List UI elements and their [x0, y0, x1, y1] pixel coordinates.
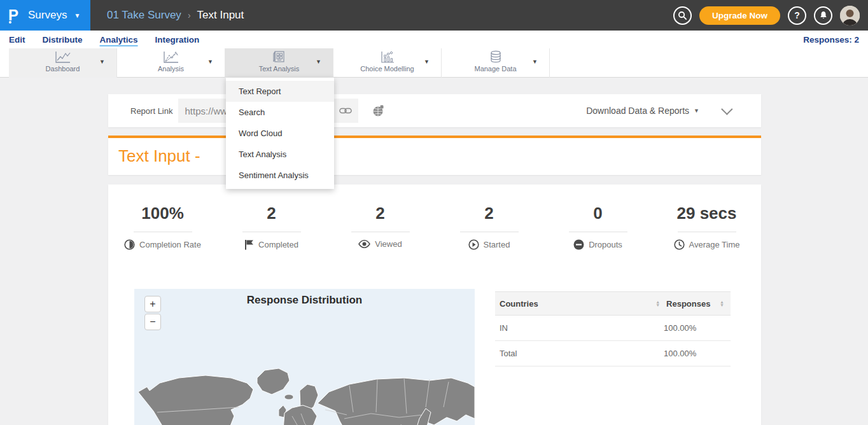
search-icon	[678, 11, 687, 20]
column-header-responses[interactable]: Responses	[666, 299, 716, 309]
stat-completion-rate: 100% Completion Rate	[108, 204, 217, 250]
chevron-down-icon[interactable]: ▼	[316, 59, 321, 65]
stat-label: Completion Rate	[139, 240, 201, 249]
globe-lock-icon[interactable]	[372, 105, 384, 117]
analysis-chart-icon	[163, 50, 179, 64]
stat-average-time: 29 secs Average Time	[652, 204, 761, 250]
stat-value: 0	[593, 204, 602, 223]
stat-label: Completed	[258, 240, 298, 249]
stat-dropouts: 0 Dropouts	[543, 204, 652, 250]
map-zoom-controls: + −	[144, 296, 161, 330]
download-controls: Download Data & Reports ▼	[586, 106, 729, 116]
download-data-reports-button[interactable]: Download Data & Reports	[586, 106, 689, 116]
text-analysis-menu: Text Report Search Word Cloud Text Analy…	[226, 78, 334, 189]
user-avatar[interactable]	[840, 6, 860, 25]
responses-count[interactable]: Responses: 2	[803, 35, 859, 45]
report-link-bar: Report Link https://ww Download Data & R…	[108, 94, 761, 127]
notifications-button[interactable]	[814, 6, 832, 25]
country-cell: IN	[500, 323, 664, 333]
responses-cell: 100.00%	[664, 323, 724, 333]
table-row: Total 100.00%	[495, 341, 731, 366]
search-button[interactable]	[673, 6, 692, 25]
stat-started: 2 Started	[435, 204, 543, 250]
upgrade-now-button[interactable]: Upgrade Now	[699, 6, 780, 25]
chevron-down-icon[interactable]: ▼	[532, 59, 538, 65]
questionpro-logo-icon: P	[8, 7, 22, 24]
stat-value: 29 secs	[677, 204, 737, 223]
stat-label: Started	[484, 240, 510, 249]
report-link-label: Report Link	[130, 106, 172, 116]
flag-icon	[244, 239, 254, 250]
stat-value: 2	[484, 204, 493, 223]
chevron-down-icon[interactable]: ▼	[99, 59, 105, 65]
tab-manage-data[interactable]: Manage Data ▼	[442, 48, 550, 78]
analytics-toolbar: Dashboard ▼ Analysis ▼ Text Analysis ▼ C…	[0, 48, 868, 78]
chevron-down-icon[interactable]: ▼	[207, 59, 213, 65]
menu-item-text-report[interactable]: Text Report	[226, 81, 334, 102]
menu-item-sentiment-analysis[interactable]: Sentiment Analysis	[226, 165, 334, 186]
tab-label: Choice Modelling	[360, 65, 414, 73]
sort-icon[interactable]: ▲▼	[655, 300, 660, 307]
collapse-section-chevron-icon[interactable]	[721, 103, 732, 115]
report-url-value: https://ww	[185, 106, 227, 116]
breadcrumb-separator-icon: ›	[188, 10, 191, 20]
menu-item-text-analysis[interactable]: Text Analysis	[226, 144, 334, 165]
map-zoom-out-button[interactable]: −	[144, 314, 161, 330]
menu-item-search[interactable]: Search	[226, 102, 334, 123]
tab-label: Analysis	[158, 65, 184, 73]
question-mark-icon: ?	[794, 10, 800, 20]
responses-cell: 100.00%	[664, 349, 724, 358]
tab-text-analysis[interactable]: Text Analysis ▼	[225, 48, 333, 78]
tab-label: Dashboard	[46, 65, 80, 73]
map-zoom-in-button[interactable]: +	[144, 296, 161, 312]
contrast-icon	[124, 239, 135, 250]
breadcrumb-survey-link[interactable]: 01 Take Survey	[107, 9, 181, 22]
tab-dashboard[interactable]: Dashboard ▼	[9, 48, 117, 78]
column-header-countries[interactable]: Countries	[500, 299, 652, 309]
line-chart-icon	[55, 50, 71, 64]
tab-analysis[interactable]: Analysis ▼	[117, 48, 225, 78]
stat-label: Viewed	[375, 239, 402, 249]
chevron-down-icon[interactable]: ▼	[694, 108, 699, 114]
breadcrumb: 01 Take Survey › Text Input	[107, 9, 244, 22]
question-title-panel: Text Input -	[108, 136, 761, 175]
nav-item-analytics[interactable]: Analytics	[100, 33, 138, 46]
minus-circle-icon	[573, 239, 584, 250]
nav-item-integration[interactable]: Integration	[155, 33, 200, 46]
response-distribution-map: Response Distribution + −	[134, 289, 475, 425]
help-button[interactable]: ?	[788, 6, 806, 25]
report-content-panel: 100% Completion Rate 2 Completed 2	[108, 185, 761, 425]
menu-item-word-cloud[interactable]: Word Cloud	[226, 123, 334, 144]
bell-icon	[819, 11, 828, 20]
world-map[interactable]	[134, 352, 475, 425]
map-title: Response Distribution	[134, 289, 475, 307]
tab-choice-modelling[interactable]: Choice Modelling ▼	[333, 48, 442, 78]
database-icon	[489, 50, 503, 64]
tab-label: Manage Data	[474, 65, 516, 73]
country-cell: Total	[500, 349, 664, 358]
link-icon[interactable]	[339, 107, 352, 115]
chevron-down-icon[interactable]: ▼	[424, 59, 430, 65]
product-name[interactable]: Surveys	[28, 9, 67, 22]
play-circle-icon	[468, 239, 479, 250]
stat-label: Average Time	[689, 240, 740, 249]
product-switcher[interactable]: P Surveys ▼	[0, 0, 90, 31]
chevron-down-icon: ▼	[74, 12, 80, 19]
stat-label: Dropouts	[589, 240, 622, 249]
countries-table-header: Countries ▲▼ Responses ▲▼	[495, 291, 731, 316]
table-row: IN 100.00%	[495, 316, 731, 341]
nav-item-distribute[interactable]: Distribute	[43, 33, 83, 46]
stat-viewed: 2 Viewed	[326, 204, 435, 250]
stat-value: 2	[267, 204, 276, 223]
nav-item-edit[interactable]: Edit	[9, 33, 25, 46]
topbar-actions: Upgrade Now ?	[673, 6, 868, 25]
stat-value: 2	[375, 204, 384, 223]
top-bar: P Surveys ▼ 01 Take Survey › Text Input …	[0, 0, 868, 31]
clock-icon	[674, 239, 685, 250]
eye-icon	[358, 240, 370, 248]
stat-value: 100%	[141, 204, 184, 223]
breadcrumb-current-page: Text Input	[197, 9, 244, 22]
page-title: Text Input -	[108, 138, 761, 166]
stat-completed: 2 Completed	[217, 204, 326, 250]
sort-icon[interactable]: ▲▼	[720, 300, 724, 307]
